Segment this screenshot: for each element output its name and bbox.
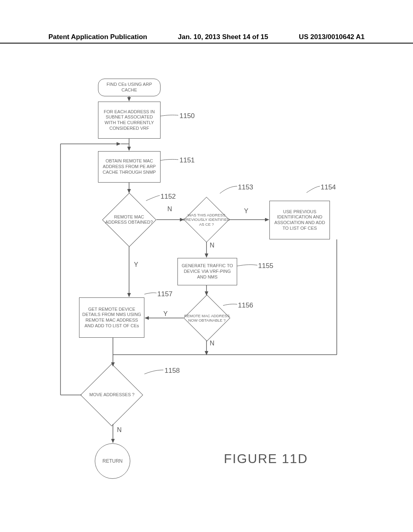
page: Patent Application Publication Jan. 10, …	[0, 0, 413, 532]
process-1154-text: USE PREVIOUS IDENTIFICATION AND ASSOCIAT…	[271, 209, 328, 231]
label-1154: 1154	[321, 183, 336, 191]
process-1155-text: GENERATE TRAFFIC TO DEVICE VIA VRF-PING …	[179, 263, 235, 280]
process-1154: USE PREVIOUS IDENTIFICATION AND ASSOCIAT…	[269, 201, 330, 239]
yn-1156-n: N	[210, 340, 215, 347]
label-1155: 1155	[258, 262, 273, 270]
yn-1152-y: Y	[134, 261, 138, 268]
label-1153: 1153	[238, 183, 253, 191]
start-terminal: FIND CEs USING ARP CACHE	[98, 79, 161, 96]
label-1150: 1150	[179, 112, 195, 120]
figure-caption: FIGURE 11D	[224, 451, 308, 466]
label-1152: 1152	[161, 193, 176, 201]
return-label: RETURN	[102, 458, 123, 464]
label-1157: 1157	[157, 290, 173, 298]
process-1157: GET REMOTE DEVICE DETAILS FROM NMS USING…	[79, 297, 144, 338]
process-1155: GENERATE TRAFFIC TO DEVICE VIA VRF-PING …	[177, 258, 237, 285]
decision-1156-text: REMOTE MAC ADDRESS NOW OBTAINABLE ?	[181, 301, 233, 335]
process-1151-text: OBTAIN REMOTE MAC ADDRESS FROM PE ARP CA…	[100, 158, 159, 175]
yn-1153-n: N	[210, 242, 215, 249]
process-1150: FOR EACH ADDRESS IN SUBNET ASSOCIATED WI…	[98, 102, 161, 139]
decision-1158-text: MOVE ADDRESSES ?	[81, 386, 143, 404]
yn-1158-n: N	[117, 426, 122, 434]
decision-1153-text: WAS THIS ADDRESS PREVIOUSLY IDENTIFIED A…	[182, 204, 231, 236]
yn-1156-y: Y	[163, 310, 168, 318]
process-1151: OBTAIN REMOTE MAC ADDRESS FROM PE ARP CA…	[98, 151, 161, 183]
yn-1152-n: N	[167, 206, 172, 213]
process-1150-text: FOR EACH ADDRESS IN SUBNET ASSOCIATED WI…	[100, 109, 159, 131]
return-terminal: RETURN	[95, 443, 130, 479]
label-1158: 1158	[165, 367, 180, 375]
decision-1152-text: REMOTE MAC ADDRESS OBTAINED?	[103, 206, 155, 234]
yn-1153-y: Y	[244, 208, 248, 215]
process-1157-text: GET REMOTE DEVICE DETAILS FROM NMS USING…	[81, 307, 142, 329]
flowchart-diagram: FIND CEs USING ARP CACHE FOR EACH ADDRES…	[0, 0, 413, 532]
label-1151: 1151	[179, 156, 195, 164]
start-label: FIND CEs USING ARP CACHE	[100, 82, 159, 93]
label-1156: 1156	[238, 301, 253, 310]
